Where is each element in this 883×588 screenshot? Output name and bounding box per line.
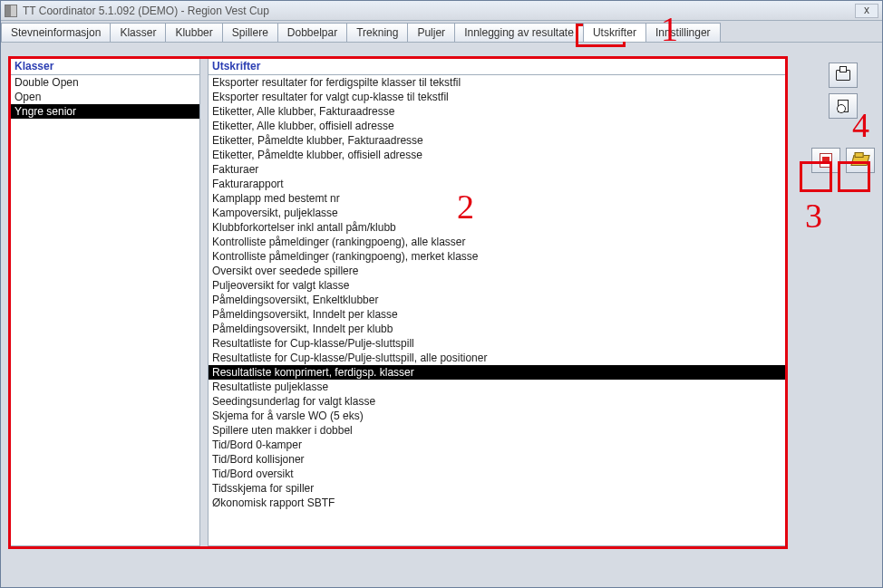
tab-4[interactable]: Dobbelpar bbox=[277, 23, 347, 42]
klasser-list[interactable]: Double OpenOpenYngre senior bbox=[10, 74, 200, 546]
tab-8[interactable]: Utskrifter bbox=[583, 23, 646, 42]
utskrifter-item[interactable]: Resultatliste for Cup-klasse/Pulje-slutt… bbox=[209, 336, 787, 351]
tab-1[interactable]: Klasser bbox=[110, 23, 166, 42]
utskrifter-item[interactable]: Etiketter, Påmeldte klubber, offisiell a… bbox=[209, 148, 787, 162]
pdf-icon bbox=[820, 153, 832, 168]
utskrifter-item[interactable]: Påmeldingsoversikt, Inndelt per klasse bbox=[209, 307, 787, 322]
utskrifter-list[interactable]: Eksporter resultater for ferdigspilte kl… bbox=[208, 74, 788, 546]
klasser-column: Klasser Double OpenOpenYngre senior bbox=[10, 57, 200, 546]
utskrifter-item[interactable]: Skjema for å varsle WO (5 eks) bbox=[209, 409, 787, 423]
content-area: Klasser Double OpenOpenYngre senior Utsk… bbox=[3, 46, 880, 585]
utskrifter-item[interactable]: Økonomisk rapport SBTF bbox=[209, 496, 787, 510]
utskrifter-item[interactable]: Spillere uten makker i dobbel bbox=[209, 423, 787, 438]
utskrifter-item[interactable]: Klubbforkortelser inkl antall påm/klubb bbox=[209, 220, 787, 235]
utskrifter-item[interactable]: Påmeldingsoversikt, Enkeltklubber bbox=[209, 293, 787, 307]
utskrifter-column: Utskrifter Eksporter resultater for ferd… bbox=[208, 57, 788, 546]
utskrifter-item[interactable]: Etiketter, Påmeldte klubber, Fakturaadre… bbox=[209, 133, 787, 148]
utskrifter-item[interactable]: Tid/Bord 0-kamper bbox=[209, 438, 787, 452]
print-button[interactable] bbox=[829, 63, 858, 88]
utskrifter-item[interactable]: Fakturaer bbox=[209, 162, 787, 177]
utskrifter-item[interactable]: Kampoversikt, puljeklasse bbox=[209, 206, 787, 220]
utskrifter-item[interactable]: Fakturarapport bbox=[209, 177, 787, 191]
preview-button[interactable] bbox=[829, 93, 858, 119]
utskrifter-item[interactable]: Etiketter, Alle klubber, Fakturaadresse bbox=[209, 104, 787, 119]
export-row bbox=[811, 148, 875, 173]
window-title: TT Coordinator 5.1.092 (DEMO) - Region V… bbox=[23, 5, 853, 17]
utskrifter-header: Utskrifter bbox=[208, 57, 788, 74]
utskrifter-item[interactable]: Kontrolliste påmeldinger (rankingpoeng),… bbox=[209, 249, 787, 264]
tab-2[interactable]: Klubber bbox=[165, 23, 222, 42]
tab-9[interactable]: Innstillinger bbox=[645, 23, 721, 42]
klasser-item[interactable]: Yngre senior bbox=[11, 104, 199, 119]
utskrifter-item[interactable]: Tid/Bord kollisjoner bbox=[209, 452, 787, 467]
print-icon bbox=[836, 70, 850, 81]
klasser-item[interactable]: Double Open bbox=[11, 75, 199, 90]
utskrifter-item[interactable]: Tid/Bord oversikt bbox=[209, 467, 787, 481]
utskrifter-item[interactable]: Seedingsunderlag for valgt klasse bbox=[209, 394, 787, 409]
utskrifter-item[interactable]: Eksporter resultater for valgt cup-klass… bbox=[209, 90, 787, 104]
app-icon bbox=[5, 5, 17, 17]
utskrifter-item[interactable]: Tidsskjema for spiller bbox=[209, 481, 787, 496]
close-button[interactable]: x bbox=[855, 4, 878, 18]
utskrifter-item[interactable]: Resultatliste puljeklasse bbox=[209, 380, 787, 394]
utskrifter-item[interactable]: Resultatliste for Cup-klasse/Pulje-slutt… bbox=[209, 351, 787, 365]
utskrifter-item[interactable]: Puljeoversikt for valgt klasse bbox=[209, 278, 787, 293]
utskrifter-item[interactable]: Etiketter, Alle klubber, offisiell adres… bbox=[209, 119, 787, 133]
folder-open-icon bbox=[850, 155, 869, 166]
utskrifter-item[interactable]: Oversikt over seedede spillere bbox=[209, 264, 787, 278]
utskrifter-item[interactable]: Eksporter resultater for ferdigspilte kl… bbox=[209, 75, 787, 90]
klasser-header: Klasser bbox=[10, 57, 200, 74]
tab-3[interactable]: Spillere bbox=[222, 23, 278, 42]
export-pdf-button[interactable] bbox=[811, 148, 840, 173]
utskrifter-item[interactable]: Kamplapp med bestemt nr bbox=[209, 191, 787, 206]
titlebar: TT Coordinator 5.1.092 (DEMO) - Region V… bbox=[1, 1, 882, 21]
utskrifter-item[interactable]: Påmeldingsoversikt, Inndelt per klubb bbox=[209, 322, 787, 336]
klasser-item[interactable]: Open bbox=[11, 90, 199, 104]
tabstrip: StevneinformasjonKlasserKlubberSpillereD… bbox=[1, 21, 882, 43]
tab-5[interactable]: Trekning bbox=[346, 23, 408, 42]
app-window: TT Coordinator 5.1.092 (DEMO) - Region V… bbox=[0, 0, 883, 588]
utskrifter-item[interactable]: Resultatliste komprimert, ferdigsp. klas… bbox=[209, 365, 787, 380]
tab-6[interactable]: Puljer bbox=[407, 23, 455, 42]
magnifier-icon bbox=[838, 100, 849, 112]
tab-0[interactable]: Stevneinformasjon bbox=[1, 23, 111, 42]
tab-7[interactable]: Innlegging av resultate bbox=[454, 23, 584, 42]
panels: Klasser Double OpenOpenYngre senior Utsk… bbox=[10, 57, 788, 546]
open-folder-button[interactable] bbox=[846, 148, 875, 173]
utskrifter-item[interactable]: Kontrolliste påmeldinger (rankingpoeng),… bbox=[209, 235, 787, 249]
report-toolbar bbox=[811, 63, 875, 173]
